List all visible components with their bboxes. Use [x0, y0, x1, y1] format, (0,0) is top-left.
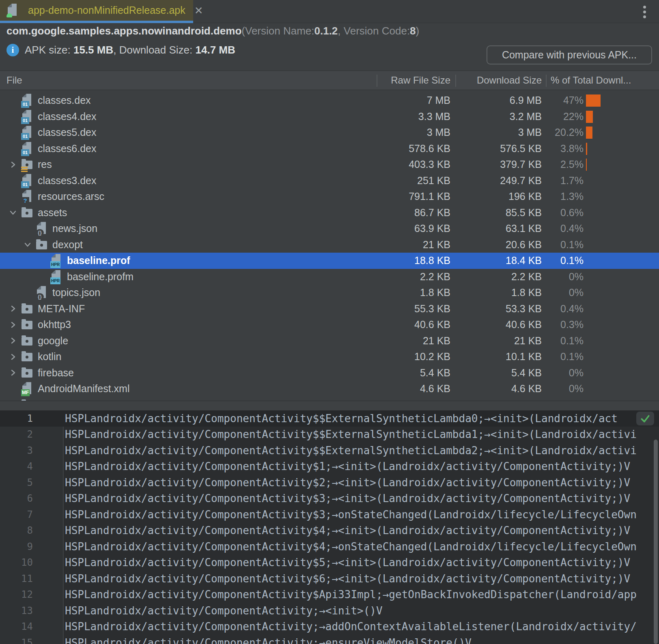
table-row[interactable]: {}topics.json1.8 KB1.8 KB0%	[0, 285, 659, 301]
table-row[interactable]: 01classes4.dex3.3 MB3.2 MB22%	[0, 109, 659, 125]
percent-cell: 2.5%	[528, 157, 584, 173]
chevron-collapsed-icon[interactable]	[6, 160, 20, 169]
inspection-ok-check-icon[interactable]	[636, 412, 654, 425]
file-name: baseline.prof	[67, 255, 130, 266]
chevron-collapsed-icon[interactable]	[6, 368, 20, 377]
line-number: 3	[0, 445, 63, 456]
column-header-download-size[interactable]: Download Size	[459, 71, 542, 90]
manifest-file-icon: MF	[20, 381, 34, 396]
file-name: classes5.dex	[38, 127, 97, 138]
table-row[interactable]: 01classes3.dex251 KB249.7 KB1.7%	[0, 173, 659, 189]
table-row[interactable]: kotlin10.2 KB10.1 KB0.1%	[0, 349, 659, 365]
line-number: 8	[0, 525, 63, 536]
raw-size-cell: 18.8 KB	[373, 253, 450, 269]
file-name: META-INF	[38, 303, 85, 315]
prof-file-icon: HPR	[50, 253, 63, 268]
chevron-collapsed-icon[interactable]	[6, 304, 20, 313]
line-text: HSPLandroidx/activity/ComponentActivity$…	[63, 460, 630, 472]
editor-line: 10HSPLandroidx/activity/ComponentActivit…	[0, 555, 659, 571]
table-row[interactable]: res403.3 KB379.7 KB2.5%	[0, 157, 659, 173]
editor-line: 6HSPLandroidx/activity/ComponentActivity…	[0, 491, 659, 507]
file-name: firebase	[38, 367, 74, 379]
percent-cell: 0.4%	[528, 301, 584, 317]
table-row-selected[interactable]: HPRbaseline.prof18.8 KB18.4 KB0.1%	[0, 253, 659, 269]
dex-file-icon: 01	[20, 125, 34, 140]
column-divider	[455, 75, 456, 87]
editor-scrollbar[interactable]	[654, 440, 658, 644]
tab-close-icon[interactable]: ✕	[194, 5, 203, 16]
editor-line: 2HSPLandroidx/activity/ComponentActivity…	[0, 427, 659, 443]
raw-size-cell: 55.3 KB	[373, 301, 450, 317]
line-text: HSPLandroidx/activity/ComponentActivity$…	[63, 556, 630, 569]
percent-cell: 0.1%	[528, 333, 584, 349]
file-name: res	[38, 159, 52, 170]
file-name: dexopt	[52, 239, 83, 251]
table-row[interactable]: 01classes.dex7 MB6.9 MB47%	[0, 92, 659, 109]
file-name: okhttp3	[38, 319, 71, 331]
kebab-menu-icon[interactable]	[636, 3, 653, 20]
apk-size-label: APK size:	[25, 44, 73, 56]
raw-size-cell: 21 KB	[373, 237, 450, 253]
raw-size-cell: 10.2 KB	[373, 349, 450, 365]
table-row[interactable]: dexopt21 KB20.6 KB0.1%	[0, 237, 659, 253]
chevron-collapsed-icon[interactable]	[6, 336, 20, 345]
file-name: classes4.dex	[38, 111, 97, 122]
editor-line: 14HSPLandroidx/activity/ComponentActivit…	[0, 619, 659, 635]
raw-size-cell: 63.9 KB	[373, 221, 450, 237]
compare-with-previous-apk-button[interactable]: Compare with previous APK...	[487, 45, 652, 64]
line-number: 5	[0, 477, 63, 488]
chevron-collapsed-icon[interactable]	[6, 320, 20, 329]
editor-line: 3HSPLandroidx/activity/ComponentActivity…	[0, 442, 659, 459]
raw-size-cell: 578.6 KB	[373, 141, 450, 157]
file-content-viewer[interactable]: 1HSPLandroidx/activity/ComponentActivity…	[0, 410, 659, 644]
panel-splitter[interactable]	[0, 401, 659, 410]
table-header: File Raw File Size Download Size % of To…	[0, 71, 659, 90]
raw-size-cell: 40.6 KB	[373, 317, 450, 333]
line-number: 15	[0, 637, 63, 644]
chevron-collapsed-icon[interactable]	[6, 352, 20, 361]
line-number: 12	[0, 589, 63, 600]
chevron-expanded-icon[interactable]	[6, 208, 20, 217]
table-row[interactable]: {}news.json63.9 KB63.1 KB0.4%	[0, 221, 659, 237]
column-header-file[interactable]: File	[6, 71, 22, 90]
raw-size-cell: 791.1 KB	[373, 189, 450, 205]
folder-file-icon	[20, 333, 34, 348]
column-divider	[377, 75, 377, 87]
folder-res-file-icon	[20, 157, 34, 172]
percent-cell: 0%	[528, 269, 584, 285]
table-row[interactable]: google21 KB21 KB0.1%	[0, 333, 659, 349]
table-row[interactable]: firebase5.4 KB5.4 KB0%	[0, 365, 659, 381]
column-header-raw-file-size[interactable]: Raw File Size	[373, 71, 450, 90]
line-number: 14	[0, 621, 63, 632]
folder-file-icon	[20, 397, 34, 401]
file-name: classes6.dex	[38, 143, 97, 155]
table-row[interactable]: assets86.7 KB85.5 KB0.6%	[0, 205, 659, 221]
table-row[interactable]: okhttp340.6 KB40.6 KB0.3%	[0, 317, 659, 333]
percent-cell: 20.2%	[528, 125, 584, 141]
table-row[interactable]	[0, 397, 659, 401]
raw-size-cell: 3 MB	[373, 125, 450, 141]
file-name: topics.json	[52, 287, 100, 298]
percent-bar	[586, 127, 592, 139]
tab-apk-file[interactable]: app-demo-nonMinifiedRelease.apk ✕	[0, 0, 193, 21]
column-header-percent[interactable]: % of Total Downl...	[551, 71, 631, 90]
raw-size-cell: 1.8 KB	[373, 285, 450, 301]
table-row[interactable]: 01classes5.dex3 MB3 MB20.2%	[0, 125, 659, 141]
table-row[interactable]: MFAndroidManifest.xml4.6 KB4.6 KB0%	[0, 381, 659, 397]
table-row[interactable]: META-INF55.3 KB53.3 KB0.4%	[0, 301, 659, 317]
prof-file-icon: HPR	[50, 269, 63, 284]
file-name: classes3.dex	[38, 175, 97, 187]
percent-bar	[586, 143, 587, 155]
table-row[interactable]: 01classes6.dex578.6 KB576.5 KB3.8%	[0, 141, 659, 157]
line-text: HSPLandroidx/activity/ComponentActivity$…	[63, 412, 618, 425]
raw-size-cell: 403.3 KB	[373, 157, 450, 173]
line-text: HSPLandroidx/activity/ComponentActivity$…	[63, 541, 637, 553]
percent-cell: 0.1%	[528, 253, 584, 269]
version-code-label: , Version Code:	[338, 25, 410, 37]
percent-cell: 0.3%	[528, 317, 584, 333]
table-row[interactable]: HPRbaseline.profm2.2 KB2.2 KB0%	[0, 269, 659, 285]
file-name: news.json	[52, 223, 97, 234]
editor-line: 11HSPLandroidx/activity/ComponentActivit…	[0, 571, 659, 587]
chevron-expanded-icon[interactable]	[20, 240, 35, 249]
table-row[interactable]: ?resources.arsc791.1 KB196 KB1.3%	[0, 189, 659, 205]
